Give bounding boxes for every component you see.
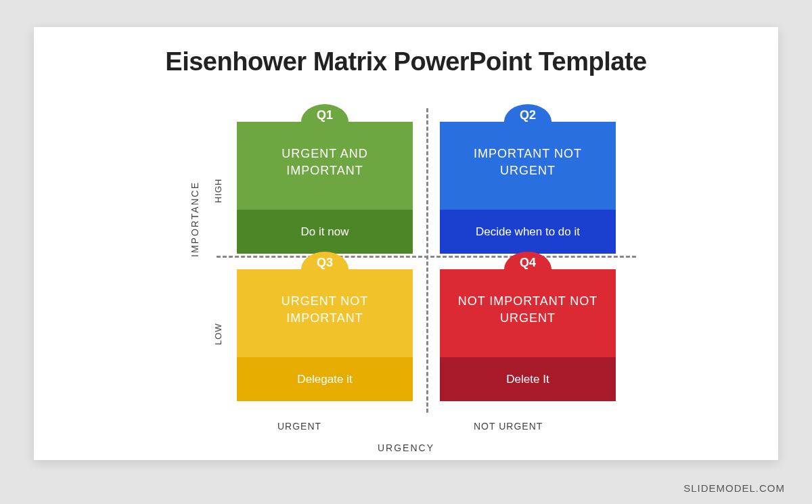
q4-label: Q4 (440, 256, 616, 270)
q2-heading: IMPORTANT NOT URGENT (440, 122, 616, 179)
quadrant-q1: Q1 URGENT AND IMPORTANT Do it now (237, 122, 413, 254)
slide-canvas: Eisenhower Matrix PowerPoint Template IM… (34, 27, 778, 460)
q3-heading: URGENT NOT IMPORTANT (237, 269, 413, 327)
q1-heading: URGENT AND IMPORTANT (237, 122, 413, 179)
q4-body: NOT IMPORTANT NOT URGENT (440, 269, 616, 357)
x-axis-left: URGENT (277, 421, 321, 432)
slide-title: Eisenhower Matrix PowerPoint Template (34, 47, 778, 76)
axis-divider-vertical (426, 108, 428, 413)
q4-action: Delete It (440, 357, 616, 401)
q1-label: Q1 (237, 108, 413, 122)
x-axis-label: URGENCY (34, 442, 778, 453)
quadrant-q3: Q3 URGENT NOT IMPORTANT Delegate it (237, 269, 413, 401)
q3-body: URGENT NOT IMPORTANT (237, 269, 413, 357)
quadrant-q2: Q2 IMPORTANT NOT URGENT Decide when to d… (440, 122, 616, 254)
q2-label: Q2 (440, 108, 616, 122)
q1-action: Do it now (237, 210, 413, 254)
q4-heading: NOT IMPORTANT NOT URGENT (440, 269, 616, 327)
q2-action: Decide when to do it (440, 210, 616, 254)
quadrant-q4: Q4 NOT IMPORTANT NOT URGENT Delete It (440, 269, 616, 401)
q1-body: URGENT AND IMPORTANT (237, 122, 413, 210)
matrix-stage: Q1 URGENT AND IMPORTANT Do it now Q2 IMP… (217, 101, 636, 426)
brand-watermark: SLIDEMODEL.COM (683, 482, 785, 494)
y-axis-label: IMPORTANCE (189, 181, 200, 257)
q2-body: IMPORTANT NOT URGENT (440, 122, 616, 210)
x-axis-right: NOT URGENT (474, 421, 543, 432)
q3-label: Q3 (237, 256, 413, 270)
q3-action: Delegate it (237, 357, 413, 401)
